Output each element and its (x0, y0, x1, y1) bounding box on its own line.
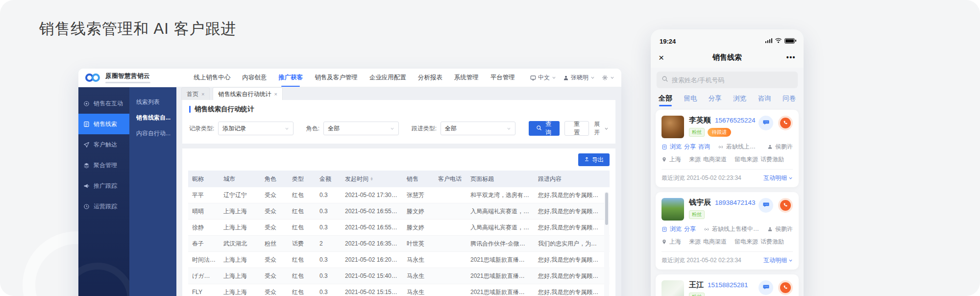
table-cell: 您好,我是您的专属顾问马永生,电... (534, 272, 603, 280)
sidebar-watermark-icon (78, 263, 129, 296)
activity-link[interactable]: 分享 (684, 143, 696, 151)
language-switch[interactable]: 中文 (530, 74, 556, 82)
topnav-item[interactable]: 推广获客 (278, 69, 303, 87)
call-button[interactable] (778, 280, 793, 295)
activity-link[interactable]: 分享 (684, 225, 696, 233)
query-button[interactable]: 查询 (529, 121, 560, 136)
chevron-down-icon (390, 126, 394, 131)
lead-name: 王江 (689, 280, 704, 290)
topnav-item[interactable]: 分析报表 (418, 69, 442, 87)
topnav-item[interactable]: 销售及客户管理 (315, 69, 358, 87)
topnav-item[interactable]: 内容创意 (242, 69, 267, 87)
subnav-item[interactable]: 内容自行动... (136, 125, 176, 141)
activity-link[interactable]: 浏览 (670, 225, 682, 233)
hero-title: 销售线索管理和 AI 客户跟进 (39, 19, 237, 39)
user-menu[interactable]: 张晓明 (563, 74, 595, 82)
sidebar-item[interactable]: 客户触达 (78, 134, 129, 155)
page-tab[interactable]: 首页× (181, 87, 210, 100)
mobile-tab[interactable]: 咨询 (758, 94, 771, 103)
table-row[interactable]: げガー船长上海上海受众红包0.32021-05-02 15:40:00马永生20… (188, 268, 610, 284)
lead-card[interactable]: 李英顺15676525224粉丝待跟进浏览分享咨询若缺线上售楼中心...侯鹏许上… (656, 110, 799, 187)
mobile-tab[interactable]: 全部 (659, 94, 672, 103)
subnav-item[interactable]: 销售线索自... (136, 110, 176, 125)
more-icon[interactable]: ••• (786, 53, 796, 61)
topnav-item[interactable]: 平台管理 (490, 69, 515, 87)
lead-name: 钱宇辰 (689, 198, 711, 207)
interaction-detail-link[interactable]: 互动明细 (763, 256, 793, 265)
table-row[interactable]: 晴晴上海上海受众红包0.32021-05-02 16:55:00滕文婷入局高端礼… (188, 203, 610, 220)
filter-select[interactable]: 添加记录 (218, 122, 293, 135)
table-cell: 受众 (261, 207, 288, 216)
sidebar-item[interactable]: 推广跟踪 (78, 175, 129, 196)
message-button[interactable] (759, 198, 773, 213)
filter-select[interactable]: 全部 (323, 122, 398, 135)
lead-tags: 粉丝 (689, 293, 759, 296)
settings-menu[interactable] (602, 74, 614, 81)
table-cell: 武汉湖北 (220, 240, 261, 248)
search-input[interactable] (672, 76, 793, 84)
activity-link[interactable]: 浏览 (670, 143, 682, 151)
sort-icon[interactable]: ▲▼ (370, 177, 373, 181)
topnav-item[interactable]: 系统管理 (454, 69, 479, 87)
filter-label: 角色: (306, 124, 319, 133)
search-box[interactable] (657, 72, 798, 88)
lead-actions (759, 280, 793, 296)
sidebar-item[interactable]: 销售线索 (78, 114, 129, 134)
lead-phone[interactable]: 15676525224 (715, 117, 756, 124)
lead-phone[interactable]: 15158825281 (708, 281, 748, 289)
scrollbar-thumb[interactable] (605, 193, 608, 225)
message-button[interactable] (759, 116, 773, 130)
recent-view: 最近浏览 2021-05-02 02:23:34 (662, 174, 741, 182)
close-icon[interactable]: × (659, 53, 664, 62)
table-scrollbar[interactable] (604, 192, 609, 296)
close-icon[interactable]: × (274, 88, 277, 100)
lead-card[interactable]: 钱宇辰18938472143粉丝浏览分享若缺线上售楼中心的h5...侯鹏许上海来… (656, 192, 799, 270)
fan-tag: 粉丝 (689, 293, 705, 296)
lead-owner: 侯鹏许 (775, 225, 793, 233)
sidebar-item[interactable]: 聚合管理 (78, 155, 129, 175)
topnav-item[interactable]: 企业应用配置 (369, 69, 406, 87)
table-cell: 滕文婷 (403, 207, 434, 216)
doc-icon (662, 144, 667, 150)
page-tab[interactable]: 销售线索自行动统计× (213, 87, 282, 100)
filter-select[interactable]: 全部 (441, 122, 515, 135)
export-button[interactable]: 导出 (578, 153, 610, 166)
message-button[interactable] (759, 280, 773, 295)
table-cell: 2021-05-02 16:20:00 (341, 256, 403, 263)
table-row[interactable]: 徐静上海上海受众红包0.32021-05-02 16:55:00滕文婷入局高端礼… (188, 220, 610, 236)
subnav-item[interactable]: 线索列表 (136, 94, 176, 110)
mobile-tab[interactable]: 分享 (709, 94, 722, 103)
lead-card[interactable]: 王江15158825281粉丝浏览若缺线上售楼中心的h5分享页侯鹏许上海来源电商… (656, 274, 799, 296)
pin-icon (662, 157, 667, 162)
table-row[interactable]: 时间法女孩上海上海受众红包0.32021-05-02 16:20:00马永生20… (188, 252, 610, 268)
desktop-app-window: 原圈智慧营销云 线上销售中心内容创意推广获客销售及客户管理企业应用配置分析报表系… (78, 69, 621, 296)
call-button[interactable] (778, 116, 793, 130)
sidebar-item[interactable]: 销售在互动 (78, 93, 129, 114)
table-row[interactable]: 春子武汉湖北粉丝话费22021-05-02 16:35:00叶世英腾讯合作伙伴-… (188, 236, 610, 252)
mobile-tab[interactable]: 浏览 (733, 94, 746, 103)
close-icon[interactable]: × (201, 88, 204, 100)
lead-card-top: 王江15158825281粉丝 (662, 280, 793, 296)
chat-bubble-icon (762, 119, 770, 128)
sidebar-item[interactable]: 运营跟踪 (78, 196, 129, 217)
expand-toggle[interactable]: 展开 (594, 120, 609, 137)
mobile-tab[interactable]: 留电 (684, 94, 697, 103)
table-cell: 您好,我是您的专属顾问马永生,电... (534, 256, 603, 264)
activity-link[interactable]: 咨询 (698, 143, 710, 151)
topnav-item[interactable]: 线上销售中心 (194, 69, 230, 87)
title-accent-bar (189, 106, 191, 113)
table-row[interactable]: 平平辽宁辽宁受众红包0.32021-05-02 17:30:00张慧芳和平双龙湾… (188, 187, 610, 203)
status-bar: 19:24 (651, 29, 804, 47)
call-button[interactable] (778, 198, 793, 213)
reset-button[interactable]: 重置 (564, 121, 589, 136)
table-cell: 晴晴 (188, 207, 220, 216)
chevron-down-icon (507, 126, 511, 131)
mobile-tab[interactable]: 问卷 (783, 94, 796, 103)
lead-phone[interactable]: 18938472143 (715, 199, 756, 206)
interaction-detail-link[interactable]: 互动明细 (763, 174, 793, 182)
table-cell: 红包 (288, 207, 316, 216)
tracking-icon (83, 203, 90, 210)
lead-owner: 侯鹏许 (775, 143, 793, 151)
table-cell: 您好,我是您的专属顾问滕文婷,电... (534, 207, 603, 216)
table-row[interactable]: FLY上海上海受众红包0.32021-05-02 15:15:00马永生2021… (188, 284, 610, 296)
